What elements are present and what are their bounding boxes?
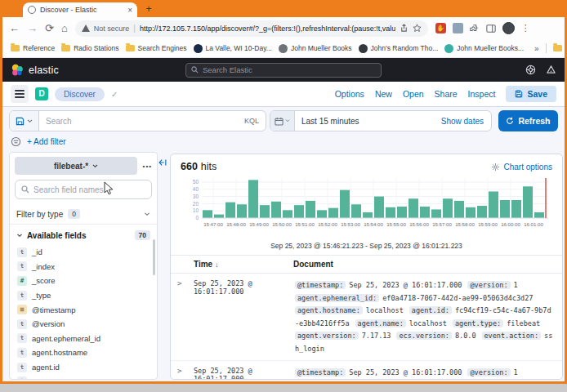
field-item[interactable]: tagent.name [10,374,157,380]
breadcrumb[interactable]: Discover [55,87,105,101]
browser-tab[interactable]: Discover - Elastic × [23,2,137,17]
bookmark-item[interactable]: John Mueller Books... [444,44,524,53]
global-search-input[interactable]: Search Elastic [185,63,382,78]
field-item[interactable]: ▦@timestamp [10,302,157,317]
add-filter-button[interactable]: + Add filter [27,137,66,146]
hits-histogram[interactable]: 0102030405015:47:0015:48:0015:49:0015:50… [171,174,562,239]
field-item[interactable]: tagent.ephemeral_id [10,332,157,346]
string-field-type-icon: t [17,376,27,380]
new-tab-button[interactable]: + [143,3,154,15]
bookmark-label: John's Random Tho... [371,44,439,52]
string-field-type-icon: t [17,363,27,372]
options-button[interactable]: Options [335,89,364,99]
home-icon[interactable]: ⌂ [61,23,68,33]
field-item[interactable]: t_id [10,245,157,260]
search-input[interactable]: Search KQL [39,111,266,131]
index-pattern-options-button[interactable]: ••• [143,163,152,170]
time-column-header[interactable]: Time ↓ [194,260,293,269]
field-name: _score [32,276,56,285]
field-item[interactable]: t@version [10,317,157,332]
svg-text:10: 10 [193,207,199,213]
bookmark-star-icon[interactable] [413,24,422,33]
side-panel-icon[interactable] [486,24,496,33]
field-name: agent.id [32,363,60,372]
new-button[interactable]: New [375,89,392,99]
svg-text:16:01:00: 16:01:00 [524,221,543,227]
bookmark-item[interactable]: Radio Stations [61,44,118,52]
doc-field-name: @timestamp: [295,368,346,376]
index-pattern-selector[interactable]: filebeat-* [15,157,137,175]
available-fields-header[interactable]: Available fields 70 [10,225,157,244]
field-name: agent.name [32,377,73,380]
url-text[interactable]: http://172.105.7.150/app/discover#/?_g=(… [140,24,395,33]
sidebar-scrollbar[interactable] [153,239,155,275]
bookmark-item[interactable]: La Valle, WI 10-Day... [194,44,272,53]
field-item[interactable]: #_score [10,274,157,288]
bookmark-item[interactable]: Reference [11,44,55,52]
collapse-sidebar-icon[interactable] [158,158,167,167]
reload-icon[interactable]: ⟳ [45,23,54,33]
filter-by-type-toggle[interactable]: Filter by type 0 [10,204,157,225]
doc-field-value: filebeat [507,319,540,327]
save-button[interactable]: Save [506,86,556,102]
screenshot-extension-icon[interactable] [453,23,463,33]
field-name: _id [32,247,42,256]
expand-row-icon[interactable]: > [177,279,194,355]
forward-icon[interactable]: → [27,23,38,33]
not-secure-label[interactable]: Not secure [94,24,130,33]
svg-text:15:53:00: 15:53:00 [341,221,360,227]
chevron-down-icon [92,164,98,168]
doc-field-name: ecs.version: [396,332,451,340]
extensions-area: ✋ ⋮ [435,22,530,34]
adblock-extension-icon[interactable]: ✋ [435,23,446,33]
inspect-button[interactable]: Inspect [468,89,496,99]
folder-icon [126,45,135,51]
field-item[interactable]: tagent.hostname [10,345,157,360]
open-button[interactable]: Open [403,89,424,99]
date-quick-menu-button[interactable] [270,111,295,131]
share-icon[interactable] [400,24,409,33]
discover-app-badge: D [35,87,48,100]
time-range-value[interactable]: Last 15 minutes [295,117,441,126]
saved-check-icon: ✓ [111,90,118,99]
svg-text:15:51:00: 15:51:00 [295,221,315,227]
string-field-type-icon: t [17,348,27,358]
extensions-puzzle-icon[interactable] [470,24,480,33]
field-search-input[interactable]: Search field names [15,180,152,199]
kibana-navbar: D Discover ✓ Options New Open Share Insp… [2,82,565,107]
field-item[interactable]: t_type [10,288,157,303]
doc-field-name: agent.version: [295,332,359,340]
expand-row-icon[interactable]: > [177,367,194,380]
tab-close-icon[interactable]: × [127,6,132,15]
show-dates-button[interactable]: Show dates [441,117,491,126]
row-document: @timestamp:Sep 25, 2023 @ 16:01:17.000@v… [295,367,554,380]
share-button[interactable]: Share [435,89,458,99]
bookmark-item[interactable]: John Mueller Books [279,44,352,53]
alerts-bell-icon[interactable] [546,65,556,75]
elastic-brand[interactable]: elastic [11,64,59,77]
bookmark-item[interactable]: Search Engines [126,44,187,52]
field-item[interactable]: t_index [10,260,157,274]
saved-query-menu-button[interactable] [10,111,39,131]
bookmarks-overflow-chevron[interactable]: » [534,44,539,53]
folder-icon [61,45,70,51]
address-bar[interactable]: Not secure | http://172.105.7.150/app/di… [75,20,428,37]
refresh-button[interactable]: Refresh [498,110,558,131]
profile-avatar[interactable] [502,22,515,34]
browser-toolbar: ← → ⟳ ⌂ Not secure | http://172.105.7.15… [2,17,565,39]
global-search-placeholder: Search Elastic [203,65,252,74]
all-bookmarks-button[interactable]: All Bookmarks [553,44,565,52]
bookmark-item[interactable]: John's Random Tho... [359,44,439,53]
back-icon[interactable]: ← [9,23,20,33]
browser-menu-icon[interactable]: ⋮ [521,23,530,33]
kql-language-button[interactable]: KQL [244,117,259,125]
help-lifebuoy-icon[interactable] [525,65,536,75]
doc-field-name: @version: [467,281,510,289]
chevron-down-icon [27,119,33,123]
chart-options-button[interactable]: Chart options [491,163,552,172]
sort-desc-icon[interactable]: ↓ [215,261,219,269]
field-item[interactable]: tagent.id [10,360,157,375]
main-menu-button[interactable] [11,85,29,103]
filter-menu-icon[interactable] [11,136,21,147]
doc-field-name: agent.id: [409,306,452,314]
